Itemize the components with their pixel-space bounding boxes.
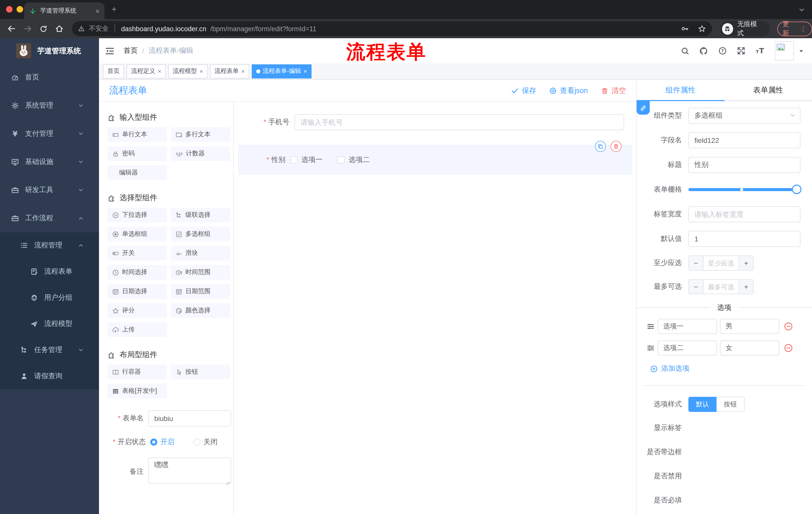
canvas-gender-field-selected[interactable]: 性别 选项一 选项二 (238, 145, 632, 175)
browser-update-button[interactable]: 更新 ⋮ (777, 21, 812, 36)
sidebar-item-workflow[interactable]: 工作流程 (0, 204, 99, 232)
tag-close-icon[interactable]: × (200, 67, 203, 75)
field-link-tab[interactable] (637, 101, 650, 115)
gender-option-1-checkbox[interactable]: 选项一 (290, 155, 323, 164)
slider-track[interactable] (688, 188, 801, 191)
palette-item-date-picker[interactable]: 日期选择 (108, 284, 167, 299)
sidebar-item-task-management[interactable]: 任务管理 (0, 337, 99, 363)
sidebar-item-devtools[interactable]: 研发工具 (0, 176, 99, 204)
grid-slider[interactable] (688, 182, 801, 198)
form-remark-textarea[interactable]: 嘿嘿 (148, 458, 231, 484)
palette-item-select[interactable]: 下拉选择 (108, 208, 167, 222)
canvas-phone-field[interactable]: 手机号 (234, 114, 624, 130)
status-on-radio[interactable]: 开启 (150, 437, 174, 447)
tag-home[interactable]: 首页 (103, 64, 124, 78)
sidebar-item-home[interactable]: 首页 (0, 63, 99, 91)
palette-item-single-line-text[interactable]: 单行文本 (108, 127, 167, 142)
sidebar-logo[interactable]: 芋道管理系统 (0, 38, 99, 63)
sidebar-item-process-form[interactable]: 流程表单 (0, 259, 99, 285)
password-key-icon[interactable] (680, 25, 689, 33)
palette-item-multi-line-text[interactable]: 多行文本 (171, 127, 230, 142)
palette-item-editor[interactable]: 编辑器 (108, 165, 167, 180)
url-bar[interactable]: 不安全 dashboard.yudao.iocoder.cn /bpm/mana… (72, 21, 712, 36)
style-button-button[interactable]: 按钮 (717, 397, 745, 412)
stepper-increase-button[interactable]: + (738, 280, 753, 294)
palette-item-row-container[interactable]: 行容器 (108, 364, 167, 379)
delete-component-button[interactable] (610, 141, 621, 152)
stepper-decrease-button[interactable]: − (689, 280, 703, 294)
palette-item-time-range[interactable]: 时间范围 (171, 265, 230, 280)
new-tab-button[interactable]: + (112, 5, 117, 13)
drag-handle-icon[interactable] (647, 344, 655, 352)
remove-option-button[interactable] (784, 344, 793, 353)
sidebar-item-payment[interactable]: ¥ 支付管理 (0, 120, 99, 148)
stepper-increase-button[interactable]: + (738, 256, 753, 270)
sidebar-item-infrastructure[interactable]: 基础设施 (0, 148, 99, 176)
avatar-caret-icon[interactable] (799, 48, 804, 54)
close-window-button[interactable] (6, 6, 12, 12)
component-type-select[interactable] (688, 108, 801, 124)
view-json-button[interactable]: 查看json (549, 86, 588, 95)
gender-option-2-checkbox[interactable]: 选项二 (338, 155, 370, 164)
forward-button[interactable] (23, 24, 32, 33)
drag-handle-icon[interactable] (647, 322, 655, 330)
option-2-value-input[interactable] (720, 341, 779, 356)
fullscreen-icon[interactable] (736, 46, 746, 55)
sidebar-item-user-group[interactable]: 用户分组 (0, 285, 99, 311)
copy-component-button[interactable] (595, 141, 606, 152)
palette-item-button[interactable]: 按钮 (171, 364, 230, 379)
min-select-input[interactable] (703, 256, 738, 270)
sidebar-item-process-model[interactable]: 流程模型 (0, 311, 99, 337)
palette-item-slider[interactable]: 滑块 (171, 246, 230, 261)
palette-item-checkbox-group[interactable]: 多选框组 (171, 227, 230, 241)
palette-item-upload[interactable]: 上传 (108, 322, 167, 337)
tag-process-model[interactable]: 流程模型× (168, 64, 207, 78)
palette-item-rate[interactable]: 评分 (108, 303, 167, 318)
bookmark-star-icon[interactable] (698, 25, 706, 33)
palette-item-table[interactable]: 表格[开发中] (108, 384, 167, 398)
tab-component-props[interactable]: 组件属性 (637, 80, 724, 100)
tag-close-icon[interactable]: × (158, 67, 161, 75)
sidebar-item-leave-query[interactable]: 请假查询 (0, 363, 99, 389)
tag-close-icon[interactable]: × (241, 67, 245, 75)
help-icon[interactable]: ? (718, 46, 727, 55)
sidebar-collapse-icon[interactable] (105, 46, 115, 56)
phone-input[interactable] (294, 114, 624, 130)
breadcrumb-home[interactable]: 首页 (124, 46, 138, 55)
option-1-label-input[interactable] (658, 319, 717, 334)
add-option-button[interactable]: 添加选项 (650, 364, 812, 373)
tag-process-form-edit[interactable]: 流程表单-编辑× (252, 64, 312, 78)
label-width-input[interactable] (688, 206, 801, 222)
browser-tab[interactable]: 芋道管理系统 × (24, 2, 105, 19)
palette-item-radio-group[interactable]: 单选框组 (108, 227, 167, 241)
github-icon[interactable] (699, 46, 708, 56)
tab-form-props[interactable]: 表单属性 (724, 80, 812, 100)
form-name-input[interactable] (148, 410, 231, 427)
palette-item-password[interactable]: 密码 (108, 146, 167, 161)
stepper-decrease-button[interactable]: − (689, 256, 703, 270)
palette-item-cascader[interactable]: 级联选择 (171, 208, 230, 222)
back-button[interactable] (7, 24, 16, 33)
palette-item-date-range[interactable]: 日期范围 (171, 284, 230, 299)
tab-search-chevron-icon[interactable] (799, 6, 805, 13)
option-2-label-input[interactable] (658, 341, 717, 356)
save-button[interactable]: 保存 (511, 86, 536, 95)
max-select-input[interactable] (703, 280, 738, 294)
field-name-input[interactable] (688, 132, 801, 148)
search-icon[interactable] (681, 47, 689, 55)
palette-item-color-picker[interactable]: 颜色选择 (171, 303, 230, 318)
home-button[interactable] (55, 24, 64, 33)
sidebar-item-process-management[interactable]: 流程管理 (0, 232, 99, 259)
tab-close-icon[interactable]: × (95, 7, 99, 14)
remove-option-button[interactable] (784, 322, 793, 331)
font-size-icon[interactable]: TT (755, 46, 765, 55)
sidebar-item-system[interactable]: 系统管理 (0, 91, 99, 120)
reload-button[interactable] (39, 24, 48, 33)
title-input[interactable] (688, 157, 801, 173)
avatar[interactable] (775, 41, 794, 60)
palette-item-time-picker[interactable]: 时间选择 (108, 265, 167, 280)
clear-button[interactable]: 清空 (601, 86, 626, 95)
palette-item-counter[interactable]: 123计数器 (171, 146, 230, 161)
option-1-value-input[interactable] (720, 319, 779, 334)
design-canvas[interactable]: 手机号 性别 选项一 选项二 (234, 102, 636, 514)
